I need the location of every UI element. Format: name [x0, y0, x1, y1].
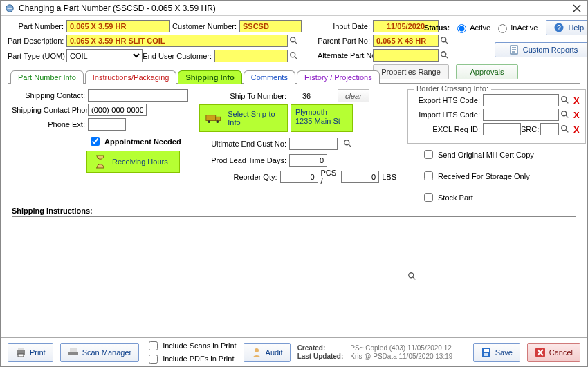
export-hts-field[interactable]	[483, 94, 559, 106]
shipping-instructions-textarea[interactable]	[12, 216, 576, 332]
end-user-label: End User Customer:	[143, 52, 214, 60]
svg-rect-9	[216, 117, 221, 120]
stock-part-checkbox[interactable]: Stock Part	[421, 191, 586, 204]
svg-point-14	[562, 111, 567, 116]
reorder-qty-label: Reorder Qty:	[199, 173, 280, 181]
end-user-search-icon[interactable]	[288, 50, 300, 62]
svg-rect-21	[68, 352, 78, 355]
send-original-mill-cert-checkbox[interactable]: Send Original Mill Cert Copy	[421, 148, 586, 161]
import-hts-label: Import HTS Code:	[414, 111, 483, 119]
tab-part-number-info[interactable]: Part Number Info	[10, 70, 84, 84]
custom-reports-button[interactable]: Custom Reports	[495, 42, 587, 57]
ultimate-end-cust-field[interactable]	[289, 138, 338, 150]
save-icon	[481, 347, 492, 358]
hourglass-icon	[94, 154, 107, 169]
approvals-button[interactable]: Approvals	[456, 64, 518, 79]
svg-rect-22	[70, 348, 77, 352]
svg-rect-8	[206, 115, 216, 121]
part-number-label: Part Number:	[8, 22, 66, 30]
tab-history-projections[interactable]: History / Projections	[297, 70, 380, 84]
svg-point-13	[562, 97, 567, 102]
alternate-part-search-icon[interactable]	[439, 49, 451, 62]
app-icon	[5, 3, 15, 13]
clear-button[interactable]: clear	[338, 89, 369, 102]
lead-time-field[interactable]	[289, 154, 327, 167]
input-date-label: Input Date:	[318, 22, 373, 30]
part-desc-label: Part Description:	[8, 37, 66, 45]
parent-part-search-icon[interactable]	[439, 35, 451, 47]
svg-point-12	[344, 140, 349, 145]
include-pdfs-checkbox[interactable]: Include PDFs in Print	[146, 352, 236, 366]
created-value: PS~ Copied (403) 11/05/2020 12	[350, 344, 452, 352]
alternate-part-label: Alternate Part No:	[318, 51, 373, 59]
ultimate-end-cust-search-icon[interactable]	[342, 138, 354, 150]
svg-rect-25	[484, 349, 489, 352]
tab-comments[interactable]: Comments	[244, 70, 295, 84]
excl-req-label: EXCL Req ID:	[414, 125, 483, 133]
save-button[interactable]: Save	[473, 343, 520, 362]
reorder-pcs-field[interactable]	[280, 171, 318, 183]
shipping-contact-label: Shipping Contact:	[12, 91, 88, 100]
part-desc-search-icon[interactable]	[288, 35, 300, 47]
svg-rect-20	[18, 354, 24, 357]
excl-search-icon[interactable]	[559, 123, 571, 135]
import-hts-search-icon[interactable]	[559, 109, 571, 121]
part-desc-field[interactable]	[66, 35, 288, 47]
export-hts-search-icon[interactable]	[559, 94, 571, 106]
ultimate-end-cust-label: Ultimate End Cust No:	[199, 140, 289, 148]
audit-icon	[251, 347, 262, 358]
tab-instructions-packaging[interactable]: Instructions/Packaging	[85, 70, 177, 84]
svg-point-3	[441, 37, 446, 42]
appointment-needed-checkbox[interactable]: Appointment Needed	[88, 135, 181, 148]
phone-ext-field[interactable]	[88, 118, 126, 131]
svg-point-11	[216, 120, 219, 123]
scanner-icon	[68, 347, 79, 358]
part-type-label: Part Type (UOM):	[8, 52, 66, 60]
lead-time-label: Prod Lead Time Days:	[199, 156, 289, 164]
excl-clear-icon[interactable]: X	[573, 124, 580, 135]
svg-point-2	[291, 52, 295, 57]
alternate-part-field[interactable]	[373, 49, 439, 62]
report-icon	[508, 44, 520, 55]
reorder-lbs-field[interactable]	[341, 171, 379, 183]
svg-point-15	[562, 126, 567, 131]
customer-number-field[interactable]	[239, 20, 302, 32]
export-hts-clear-icon[interactable]: X	[573, 95, 580, 106]
close-button[interactable]	[571, 2, 583, 15]
end-user-field[interactable]	[214, 50, 288, 62]
status-inactive-radio[interactable]: InActive	[495, 22, 538, 33]
properties-range-button[interactable]: Properties Range	[373, 64, 449, 79]
shipto-number-label: Ship To Number:	[199, 92, 289, 100]
status-label: Status:	[424, 23, 450, 32]
select-shipto-button[interactable]: Select Ship-to Info	[199, 104, 288, 132]
customer-number-label: Customer Number:	[170, 22, 239, 30]
tab-shipping-info[interactable]: Shipping Info	[178, 70, 241, 84]
part-type-select[interactable]: COIL	[66, 49, 143, 62]
import-hts-field[interactable]	[483, 109, 559, 121]
status-active-radio[interactable]: Active	[454, 22, 490, 33]
receiving-hours-button[interactable]: Receiving Hours	[86, 151, 180, 173]
print-button[interactable]: Print	[8, 343, 53, 362]
shipping-phone-field[interactable]	[88, 104, 147, 116]
help-icon: ?	[553, 22, 564, 33]
help-button[interactable]: ? Help	[546, 20, 587, 35]
received-for-storage-checkbox[interactable]: Received For Storage Only	[421, 169, 586, 182]
cancel-icon	[535, 347, 546, 358]
svg-point-16	[409, 273, 414, 278]
include-scans-checkbox[interactable]: Include Scans in Print	[146, 339, 236, 352]
part-number-field[interactable]	[66, 20, 170, 32]
parent-part-field[interactable]	[373, 35, 439, 47]
shipping-contact-field[interactable]	[88, 89, 188, 102]
instructions-search-icon[interactable]	[406, 270, 419, 283]
excl-req-field[interactable]	[483, 123, 521, 135]
import-hts-clear-icon[interactable]: X	[573, 110, 580, 120]
shipto-number-value: 36	[289, 92, 324, 100]
scan-manager-button[interactable]: Scan Manager	[60, 343, 140, 362]
pcs-unit-label: PCS /	[321, 169, 339, 185]
parent-part-label: Parent Part No:	[318, 37, 373, 45]
svg-point-10	[208, 120, 210, 123]
updated-label: Last Updated:	[297, 352, 344, 360]
cancel-button[interactable]: Cancel	[527, 343, 580, 362]
src-field[interactable]	[540, 123, 559, 135]
audit-button[interactable]: Audit	[244, 343, 291, 362]
